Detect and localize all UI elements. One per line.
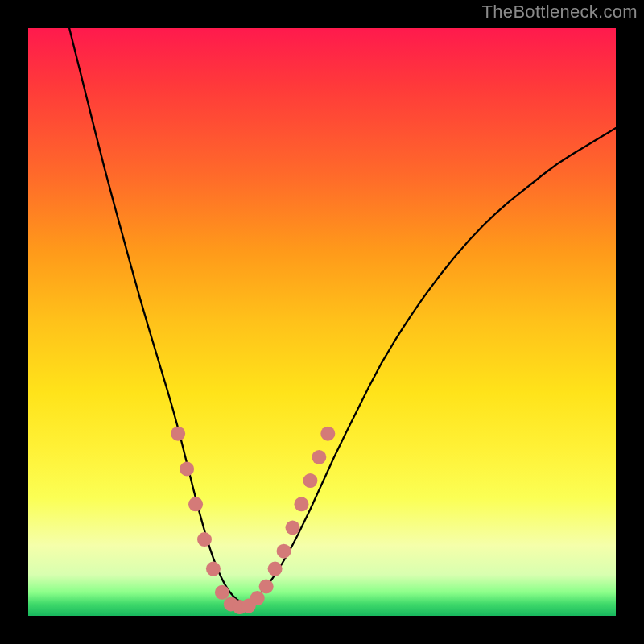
marker-dot xyxy=(250,591,265,605)
marker-dot xyxy=(268,562,283,576)
marker-dot xyxy=(303,473,317,488)
watermark: TheBottleneck.com xyxy=(482,2,638,23)
bottleneck-curve xyxy=(69,28,616,602)
chart-frame: TheBottleneck.com xyxy=(0,0,644,644)
marker-dot xyxy=(320,427,335,441)
marker-dot xyxy=(215,585,229,600)
marker-dot xyxy=(277,544,291,559)
marker-dot xyxy=(294,497,308,511)
marker-dot xyxy=(259,580,274,594)
marker-dot xyxy=(286,521,300,535)
marker-group xyxy=(171,427,335,614)
marker-dot xyxy=(180,462,194,477)
marker-dot xyxy=(312,450,326,464)
marker-dot xyxy=(171,427,185,441)
marker-dot xyxy=(206,562,221,576)
marker-dot xyxy=(188,497,203,511)
bottleneck-chart-svg xyxy=(28,28,616,616)
marker-dot xyxy=(197,532,212,547)
plot-area xyxy=(28,28,616,616)
curve-group xyxy=(69,28,616,602)
